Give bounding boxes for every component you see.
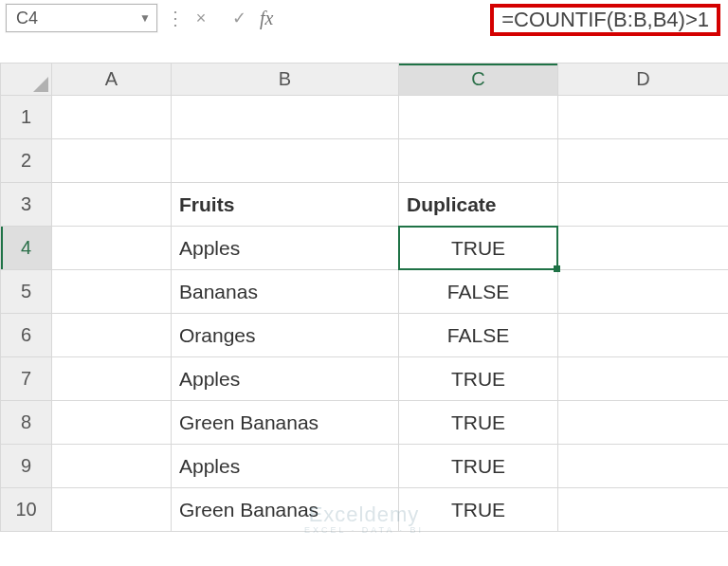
row-header-1[interactable]: 1 <box>1 96 52 139</box>
cell-B7[interactable]: Apples <box>172 357 399 401</box>
cell-D7[interactable] <box>558 357 729 401</box>
formula-bar-buttons: ⋮ × ✓ fx <box>167 4 282 32</box>
cell-C5[interactable]: FALSE <box>399 270 558 314</box>
cell-C8[interactable]: TRUE <box>399 401 558 445</box>
cell-A10[interactable] <box>52 488 172 532</box>
cell-C7[interactable]: TRUE <box>399 357 558 401</box>
col-header-C[interactable]: C <box>399 64 558 96</box>
spreadsheet-grid: A B C D 1 2 3 <box>0 63 728 532</box>
cell-D9[interactable] <box>558 445 729 488</box>
cell-D1[interactable] <box>558 96 729 139</box>
row-header-8[interactable]: 8 <box>1 401 52 445</box>
cell-A1[interactable] <box>52 96 172 139</box>
cell-C1[interactable] <box>399 96 558 139</box>
cell-A7[interactable] <box>52 357 172 401</box>
cell-B8[interactable]: Green Bananas <box>172 401 399 445</box>
cell-B10[interactable]: Green Bananas <box>172 488 399 532</box>
cell-C3[interactable]: Duplicate <box>399 183 558 227</box>
row-header-3[interactable]: 3 <box>1 183 52 227</box>
name-box-value: C4 <box>16 9 38 28</box>
cell-C2[interactable] <box>399 139 558 183</box>
cell-D8[interactable] <box>558 401 729 445</box>
cell-B9[interactable]: Apples <box>172 445 399 488</box>
cell-B2[interactable] <box>172 139 399 183</box>
cell-D3[interactable] <box>558 183 729 227</box>
col-header-A[interactable]: A <box>52 64 172 96</box>
cell-C6[interactable]: FALSE <box>399 314 558 357</box>
row-header-10[interactable]: 10 <box>1 488 52 532</box>
row-header-5[interactable]: 5 <box>1 270 52 314</box>
row-header-9[interactable]: 9 <box>1 445 52 488</box>
cell-A6[interactable] <box>52 314 172 357</box>
cell-D6[interactable] <box>558 314 729 357</box>
sheet-table: A B C D 1 2 3 <box>0 63 728 532</box>
formula-bar-row: C4 ▼ ⋮ × ✓ fx =COUNTIF(B:B,B4)>1 <box>0 0 728 36</box>
cell-C4[interactable]: TRUE <box>399 227 558 270</box>
cell-B5[interactable]: Bananas <box>172 270 399 314</box>
row-header-6[interactable]: 6 <box>1 314 52 357</box>
cell-D4[interactable] <box>558 227 729 270</box>
divider-icon: ⋮ <box>171 4 180 32</box>
row-header-4[interactable]: 4 <box>1 227 52 270</box>
formula-text: =COUNTIF(B:B,B4)>1 <box>501 8 709 32</box>
cell-D2[interactable] <box>558 139 729 183</box>
col-header-D[interactable]: D <box>558 64 729 96</box>
cell-C9[interactable]: TRUE <box>399 445 558 488</box>
cell-A8[interactable] <box>52 401 172 445</box>
fx-icon[interactable]: fx <box>260 8 279 29</box>
name-box[interactable]: C4 ▼ <box>6 4 157 32</box>
cell-A9[interactable] <box>52 445 172 488</box>
cell-B3[interactable]: Fruits <box>172 183 399 227</box>
cell-A2[interactable] <box>52 139 172 183</box>
cell-A5[interactable] <box>52 270 172 314</box>
cell-D5[interactable] <box>558 270 729 314</box>
cell-A4[interactable] <box>52 227 172 270</box>
cell-D10[interactable] <box>558 488 729 532</box>
cell-B1[interactable] <box>172 96 399 139</box>
cell-B4[interactable]: Apples <box>172 227 399 270</box>
chevron-down-icon[interactable]: ▼ <box>139 11 151 25</box>
col-header-B[interactable]: B <box>172 64 399 96</box>
cell-C10[interactable]: TRUE <box>399 488 558 532</box>
formula-input[interactable]: =COUNTIF(B:B,B4)>1 <box>490 4 720 36</box>
cell-B6[interactable]: Oranges <box>172 314 399 357</box>
row-header-7[interactable]: 7 <box>1 357 52 401</box>
cell-A3[interactable] <box>52 183 172 227</box>
accept-icon[interactable]: ✓ <box>222 4 256 32</box>
cancel-icon[interactable]: × <box>184 4 218 32</box>
row-header-2[interactable]: 2 <box>1 139 52 183</box>
select-all-triangle[interactable] <box>1 64 52 96</box>
